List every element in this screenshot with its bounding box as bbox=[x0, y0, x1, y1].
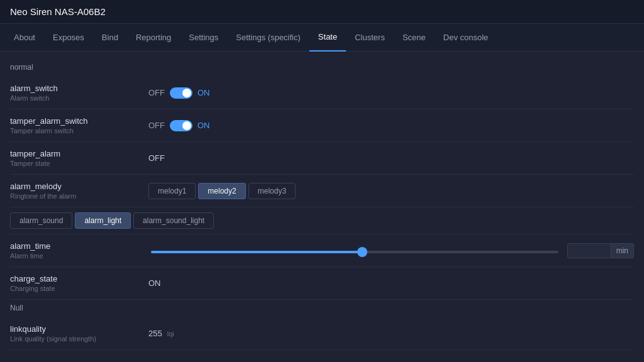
nav-item-settings[interactable]: Settings bbox=[180, 24, 227, 52]
melody2-button[interactable]: melody2 bbox=[198, 183, 245, 199]
nav-item-settings-specific[interactable]: Settings (specific) bbox=[227, 24, 309, 52]
alarm-time-unit: min bbox=[611, 243, 634, 258]
linkquality-control: 255 lqi bbox=[148, 329, 634, 338]
alarm-switch-control: OFF ON bbox=[148, 87, 634, 99]
tab-alarm-light[interactable]: alarm_light bbox=[75, 212, 131, 229]
property-row-alarm-switch: alarm_switch Alarm switch OFF ON bbox=[10, 77, 634, 109]
tamper-alarm-switch-control: OFF ON bbox=[148, 120, 634, 131]
nav-item-dev-console[interactable]: Dev console bbox=[435, 24, 497, 52]
property-label-alarm-time: alarm_time Alarm time bbox=[10, 241, 148, 260]
linkquality-name: linkquality bbox=[10, 324, 148, 334]
charge-state-name: charge_state bbox=[10, 274, 148, 283]
tamper-alarm-switch-on-label: ON bbox=[197, 121, 210, 130]
property-label-tamper-alarm-switch: tamper_alarm_switch Tamper alarm switch bbox=[10, 116, 148, 134]
alarm-time-name: alarm_time bbox=[10, 241, 148, 251]
section-normal: normal alarm_switch Alarm switch OFF ON … bbox=[10, 59, 634, 207]
charge-state-control: ON bbox=[148, 278, 634, 288]
alarm-switch-toggle-group: OFF ON bbox=[148, 87, 210, 99]
alarm-switch-name: alarm_switch bbox=[10, 84, 148, 93]
property-label-linkquality: linkquality Link quality (signal strengt… bbox=[10, 324, 148, 343]
tamper-alarm-switch-off-label: OFF bbox=[148, 121, 165, 130]
nav-item-exposes[interactable]: Exposes bbox=[44, 24, 93, 52]
linkquality-value: 255 bbox=[148, 329, 162, 338]
melody1-button[interactable]: melody1 bbox=[148, 183, 196, 199]
alarm-switch-desc: Alarm switch bbox=[10, 94, 148, 102]
tab-alarm-sound[interactable]: alarm_sound bbox=[10, 212, 72, 229]
property-row-charge-state: charge_state Charging state ON bbox=[10, 267, 634, 300]
tamper-alarm-switch-name: tamper_alarm_switch bbox=[10, 116, 148, 126]
nav-item-scene[interactable]: Scene bbox=[394, 24, 435, 52]
alarm-switch-on-label: ON bbox=[197, 88, 210, 97]
section-null: Null linkquality Link quality (signal st… bbox=[10, 300, 634, 350]
alarm-melody-desc: Ringtone of the alarm bbox=[10, 192, 148, 200]
alarm-time-input-group: min bbox=[567, 243, 634, 258]
nav-item-bind[interactable]: Bind bbox=[93, 24, 127, 52]
property-label-tamper-alarm: tamper_alarm Tamper state bbox=[10, 149, 148, 167]
tab-alarm-sound-light[interactable]: alarm_sound_light bbox=[133, 212, 214, 229]
melody3-button[interactable]: melody3 bbox=[248, 183, 296, 199]
charge-state-value: ON bbox=[148, 278, 161, 288]
alarm-mode-tab-row: alarm_sound alarm_light alarm_sound_ligh… bbox=[10, 207, 634, 234]
tamper-alarm-control: OFF bbox=[148, 153, 634, 163]
alarm-time-control: min bbox=[148, 243, 634, 258]
alarm-time-slider[interactable] bbox=[151, 251, 558, 253]
section-label-null: Null bbox=[10, 300, 634, 317]
alarm-melody-name: alarm_melody bbox=[10, 182, 148, 191]
nav-item-about[interactable]: About bbox=[5, 24, 44, 52]
nav-item-reporting[interactable]: Reporting bbox=[127, 24, 180, 52]
alarm-melody-control: melody1 melody2 melody3 bbox=[148, 183, 634, 199]
alarm-melody-btn-group: melody1 melody2 melody3 bbox=[148, 183, 296, 199]
section-label-normal: normal bbox=[10, 59, 634, 77]
property-row-tamper-alarm-switch: tamper_alarm_switch Tamper alarm switch … bbox=[10, 109, 634, 142]
linkquality-desc: Link quality (signal strength) bbox=[10, 335, 148, 343]
property-row-alarm-melody: alarm_melody Ringtone of the alarm melod… bbox=[10, 175, 634, 207]
property-label-alarm-switch: alarm_switch Alarm switch bbox=[10, 84, 148, 102]
linkquality-unit: lqi bbox=[167, 330, 174, 337]
main-content: normal alarm_switch Alarm switch OFF ON … bbox=[0, 52, 644, 358]
nav-item-clusters[interactable]: Clusters bbox=[346, 24, 394, 52]
property-label-alarm-melody: alarm_melody Ringtone of the alarm bbox=[10, 182, 148, 200]
tamper-alarm-switch-toggle[interactable] bbox=[170, 120, 192, 131]
property-row-tamper-alarm: tamper_alarm Tamper state OFF bbox=[10, 142, 634, 175]
tamper-alarm-name: tamper_alarm bbox=[10, 149, 148, 158]
nav-bar: About Exposes Bind Reporting Settings Se… bbox=[0, 24, 644, 52]
property-row-linkquality: linkquality Link quality (signal strengt… bbox=[10, 317, 634, 350]
page-title: Neo Siren NAS-A06B2 bbox=[10, 6, 106, 17]
charge-state-desc: Charging state bbox=[10, 285, 148, 292]
alarm-switch-toggle[interactable] bbox=[170, 87, 192, 99]
tamper-alarm-value: OFF bbox=[148, 153, 165, 163]
tamper-alarm-switch-toggle-group: OFF ON bbox=[148, 120, 210, 131]
alarm-switch-off-label: OFF bbox=[148, 88, 165, 97]
alarm-time-input[interactable] bbox=[567, 243, 611, 258]
title-bar: Neo Siren NAS-A06B2 bbox=[0, 0, 644, 24]
tamper-alarm-desc: Tamper state bbox=[10, 160, 148, 167]
property-row-alarm-time: alarm_time Alarm time min bbox=[10, 234, 634, 267]
alarm-time-desc: Alarm time bbox=[10, 252, 148, 260]
tamper-alarm-switch-desc: Tamper alarm switch bbox=[10, 127, 148, 134]
alarm-time-slider-wrapper bbox=[148, 246, 561, 255]
nav-item-state[interactable]: State bbox=[309, 24, 346, 52]
property-label-charge-state: charge_state Charging state bbox=[10, 274, 148, 292]
